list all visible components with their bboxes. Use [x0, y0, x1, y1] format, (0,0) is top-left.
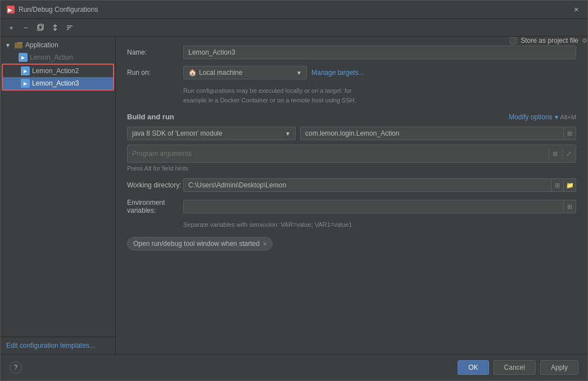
sdk-select[interactable]: java 8 SDK of 'Lemon' module ▼	[127, 127, 296, 140]
svg-rect-7	[15, 43, 22, 48]
title-bar-left: ▶ Run/Debug Configurations	[6, 5, 98, 14]
run-on-dropdown-icon: ▼	[296, 70, 302, 76]
help-button[interactable]: ?	[10, 361, 22, 374]
sidebar-item-lemon-action3[interactable]: ▶ Lemon_Action3	[3, 77, 113, 89]
env-vars-settings-button[interactable]: ⊞	[563, 200, 576, 213]
expand-icon: ▼	[5, 42, 12, 48]
tag-close-button[interactable]: ×	[263, 240, 266, 247]
run-on-value: 🏠 Local machine	[188, 69, 242, 77]
ok-button[interactable]: OK	[458, 360, 489, 375]
args-buttons: ⊞ ⤢	[548, 145, 576, 162]
lemon-action-label: Lemon_Action	[30, 53, 73, 61]
working-dir-browse-button[interactable]: 📁	[563, 179, 576, 191]
title-bar: ▶ Run/Debug Configurations ×	[1, 1, 587, 19]
working-dir-row: Working directory: ⊞ 📁	[127, 178, 576, 192]
remove-config-button[interactable]: −	[20, 21, 32, 34]
main-panel: Store as project file ⚙ Name: Run on: 🏠 …	[116, 37, 587, 354]
tag-container: Open run/debug tool window when started …	[127, 237, 576, 250]
copy-config-button[interactable]	[34, 21, 47, 34]
edit-templates-link[interactable]: Edit configuration templates...	[6, 342, 95, 349]
cancel-button[interactable]: Cancel	[494, 360, 536, 375]
config-icon-2: ▶	[21, 66, 30, 75]
lemon-action2-label: Lemon_Action2	[32, 67, 79, 75]
apply-button[interactable]: Apply	[540, 360, 578, 375]
class-input[interactable]	[301, 127, 563, 140]
working-dir-wrapper: ⊞ 📁	[183, 178, 576, 192]
env-wrapper: ⊞	[183, 200, 576, 213]
sidebar-footer: Edit configuration templates...	[1, 337, 115, 354]
add-config-button[interactable]: +	[5, 21, 17, 34]
run-on-label: Run on:	[127, 69, 183, 77]
tag-label: Open run/debug tool window when started	[133, 240, 260, 248]
config-icon-3: ▶	[21, 79, 30, 88]
env-vars-label: Environment variables:	[127, 199, 183, 214]
env-vars-input[interactable]	[184, 200, 563, 213]
svg-text:▶: ▶	[8, 7, 12, 13]
svg-rect-2	[38, 25, 42, 30]
chevron-down-icon: ▾	[555, 113, 558, 121]
program-args-expand-button[interactable]: ⤢	[562, 147, 575, 160]
highlighted-group: ▶ Lemon_Action2 ▶ Lemon_Action3	[2, 64, 114, 91]
name-label: Name:	[127, 48, 183, 56]
manage-targets-link[interactable]: Manage targets...	[311, 69, 364, 77]
working-dir-input[interactable]	[184, 179, 551, 191]
bottom-bar: ? OK Cancel Apply	[1, 354, 587, 380]
env-hint: Separate variables with semicolon: VAR=v…	[183, 221, 576, 228]
app-logo-icon: ▶	[6, 5, 15, 14]
sidebar: ▼ Application ▶ Lemon_Action ▶ Lemon_Act…	[1, 37, 116, 354]
lemon-action3-label: Lemon_Action3	[32, 79, 79, 87]
home-icon: 🏠	[188, 69, 197, 77]
sidebar-item-lemon-action[interactable]: ▶ Lemon_Action	[1, 51, 115, 64]
help-text: Run configurations may be executed local…	[183, 86, 576, 105]
build-run-title: Build and run	[127, 113, 174, 121]
application-label: Application	[25, 41, 58, 49]
application-folder-icon	[14, 41, 23, 50]
program-args-input[interactable]	[128, 145, 548, 162]
run-on-select[interactable]: 🏠 Local machine ▼	[183, 66, 307, 79]
sdk-dropdown-icon: ▼	[285, 131, 291, 137]
run-debug-dialog: ▶ Run/Debug Configurations × + − ▼	[0, 0, 588, 381]
sdk-value: java 8 SDK of 'Lemon' module	[132, 129, 223, 137]
run-on-row: Run on: 🏠 Local machine ▼ Manage targets…	[127, 66, 576, 79]
sort-config-button[interactable]	[64, 21, 76, 34]
name-input[interactable]	[183, 46, 576, 59]
class-settings-button[interactable]: ⊞	[563, 127, 576, 140]
env-vars-row: Environment variables: ⊞	[127, 199, 576, 214]
program-args-wrapper: ⊞ ⤢	[127, 145, 576, 163]
class-input-wrapper: ⊞	[300, 127, 576, 140]
move-config-button[interactable]	[49, 21, 61, 34]
sidebar-item-lemon-action2[interactable]: ▶ Lemon_Action2	[3, 65, 113, 77]
build-run-section-header: Build and run Modify options ▾ Alt+M	[127, 113, 576, 121]
store-project-gear-icon[interactable]: ⚙	[582, 37, 587, 44]
working-dir-settings-button[interactable]: ⊞	[551, 179, 563, 191]
open-debug-tag: Open run/debug tool window when started …	[127, 237, 273, 250]
svg-rect-3	[39, 24, 43, 29]
modify-options-button[interactable]: Modify options ▾ Alt+M	[509, 113, 576, 121]
name-row: Name:	[127, 46, 576, 59]
run-on-controls: 🏠 Local machine ▼ Manage targets...	[183, 66, 364, 79]
toolbar: + −	[1, 19, 587, 37]
build-sdk-row: java 8 SDK of 'Lemon' module ▼ ⊞	[127, 127, 576, 140]
dialog-title: Run/Debug Configurations	[19, 6, 98, 14]
close-button[interactable]: ×	[571, 4, 582, 15]
hint-text: Press Alt for field hints	[127, 165, 576, 172]
store-project-label: Store as project file	[521, 37, 578, 44]
store-project-checkbox[interactable]	[510, 37, 517, 44]
store-project-row: Store as project file ⚙	[510, 37, 587, 44]
program-args-settings-button[interactable]: ⊞	[549, 147, 561, 160]
sidebar-item-application[interactable]: ▼ Application	[1, 39, 115, 51]
main-content: ▼ Application ▶ Lemon_Action ▶ Lemon_Act…	[1, 37, 587, 354]
working-dir-label: Working directory:	[127, 181, 183, 189]
config-icon-1: ▶	[19, 53, 28, 62]
